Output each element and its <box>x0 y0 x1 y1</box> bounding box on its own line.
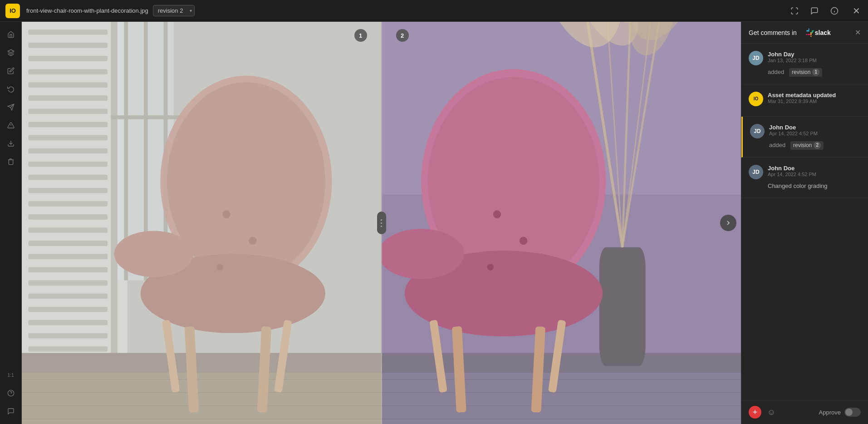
next-arrow-icon[interactable] <box>720 215 736 231</box>
comment-body: added revision 1 <box>749 68 861 77</box>
svg-rect-28 <box>29 148 108 154</box>
info-icon[interactable] <box>828 5 841 17</box>
svg-rect-30 <box>29 175 108 180</box>
comment-author: Asset metadata updated <box>768 92 861 99</box>
panel-footer: + ☺ Approve <box>741 400 868 424</box>
emoji-button[interactable]: ☺ <box>765 406 778 419</box>
undo-icon[interactable] <box>4 82 18 96</box>
comment-meta: John Doe Apr 14, 2022 4:52 PM <box>769 124 861 136</box>
grayscale-scene <box>22 22 382 424</box>
revision-badge: 1 <box>812 69 819 76</box>
image-left-half <box>22 22 382 424</box>
comment-author: John Doe <box>768 165 861 172</box>
comment-header: IO Asset metadata updated Mar 31, 2022 8… <box>749 92 861 106</box>
svg-rect-24 <box>29 95 108 101</box>
comment-body: Changed color grading <box>749 182 861 190</box>
toggle-knob <box>845 409 853 416</box>
colored-scene <box>382 22 741 424</box>
svg-point-101 <box>493 210 500 218</box>
svg-point-103 <box>487 264 494 271</box>
comment-item: JD John Doe Apr 14, 2022 4:52 PM Changed… <box>741 158 868 198</box>
comment-author: John Day <box>768 51 861 58</box>
panel-close-button[interactable]: ✕ <box>855 28 861 37</box>
avatar: JD <box>750 124 765 138</box>
comment-time: Jan 13, 2022 3:18 PM <box>768 58 861 63</box>
handle-dot-2 <box>381 222 382 224</box>
right-panel: Get comments in slack <box>741 22 868 424</box>
svg-rect-21 <box>29 56 108 61</box>
svg-rect-39 <box>29 294 108 299</box>
svg-rect-29 <box>29 162 108 167</box>
comment-header: JD John Doe Apr 14, 2022 4:52 PM <box>749 165 861 179</box>
approve-label: Approve <box>819 409 841 416</box>
home-icon[interactable] <box>4 27 18 42</box>
approve-section: Approve <box>819 408 861 417</box>
content-area: 1 2 <box>22 22 741 424</box>
svg-rect-73 <box>382 366 741 424</box>
version-badge-1: 1 <box>354 29 367 42</box>
svg-rect-33 <box>29 214 108 220</box>
help-icon[interactable] <box>4 386 18 400</box>
expand-icon[interactable] <box>788 5 801 17</box>
svg-rect-82 <box>599 247 645 366</box>
svg-rect-38 <box>29 281 108 286</box>
comment-time: Apr 14, 2022 4:52 PM <box>768 172 861 177</box>
delete-icon[interactable] <box>4 154 18 169</box>
revision-dropdown[interactable]: revision 1 revision 2 <box>153 5 195 16</box>
comment-body: added revision 2 <box>750 141 861 150</box>
svg-rect-36 <box>29 254 108 259</box>
revision-selector-wrapper[interactable]: revision 1 revision 2 ▾ <box>153 5 195 16</box>
svg-rect-37 <box>29 267 108 272</box>
comment-author: John Doe <box>769 124 861 131</box>
download-icon[interactable] <box>4 136 18 151</box>
approve-toggle[interactable] <box>844 408 861 417</box>
chat-sidebar-icon[interactable] <box>4 404 18 419</box>
svg-rect-31 <box>29 188 108 193</box>
comment-added-text: added <box>769 142 785 148</box>
comment-item-highlighted: JD John Doe Apr 14, 2022 4:52 PM added r… <box>741 117 868 158</box>
send-icon[interactable] <box>4 100 18 114</box>
handle-dot-1 <box>381 219 382 221</box>
svg-rect-32 <box>29 201 108 207</box>
revision-tag: revision 2 <box>790 141 824 150</box>
svg-rect-42 <box>29 333 108 339</box>
panel-header: Get comments in slack <box>741 22 868 44</box>
handle-dot-3 <box>381 226 382 227</box>
comment-icon[interactable] <box>808 5 821 17</box>
panel-title: Get comments in slack <box>749 29 831 37</box>
comment-header: JD John Day Jan 13, 2022 3:18 PM <box>749 51 861 65</box>
zoom-level[interactable]: 1:1 <box>4 368 18 382</box>
svg-point-69 <box>216 264 223 271</box>
image-compare: 1 2 <box>22 22 741 424</box>
revision-badge: 2 <box>814 142 821 149</box>
svg-rect-25 <box>29 108 108 114</box>
avatar: JD <box>749 51 763 65</box>
svg-point-102 <box>519 237 527 245</box>
close-icon[interactable]: ✕ <box>850 5 863 17</box>
svg-rect-43 <box>29 346 108 352</box>
version-badge-2: 2 <box>396 29 409 42</box>
left-sidebar: 1:1 <box>0 22 22 424</box>
svg-point-62 <box>114 231 193 277</box>
comment-time: Mar 31, 2022 8:39 AM <box>768 99 861 104</box>
comment-meta: John Doe Apr 14, 2022 4:52 PM <box>768 165 861 177</box>
filename-label: front-view-chair-room-with-plant-decorat… <box>26 7 148 14</box>
svg-point-96 <box>382 229 464 279</box>
svg-marker-3 <box>8 49 14 53</box>
svg-point-67 <box>222 210 230 218</box>
svg-rect-20 <box>29 43 108 48</box>
comment-item: IO Asset metadata updated Mar 31, 2022 8… <box>741 84 868 117</box>
compare-divider-handle[interactable] <box>377 212 386 234</box>
edit-icon[interactable] <box>4 64 18 78</box>
avatar: JD <box>749 165 763 179</box>
revision-tag: revision 1 <box>789 68 822 77</box>
warning-icon[interactable] <box>4 118 18 133</box>
add-comment-button[interactable]: + <box>749 406 761 419</box>
svg-rect-23 <box>29 82 108 88</box>
comment-added-text: added <box>768 69 784 75</box>
main-area: 1:1 <box>0 22 868 424</box>
layers-icon[interactable] <box>4 45 18 60</box>
image-right-half <box>382 22 741 424</box>
svg-rect-22 <box>29 69 108 74</box>
svg-rect-40 <box>29 307 108 312</box>
